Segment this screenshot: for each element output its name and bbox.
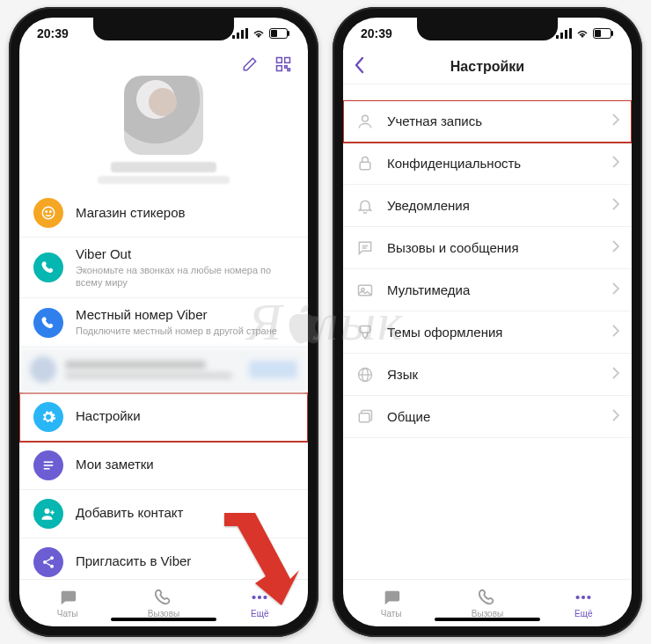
settings-account[interactable]: Учетная запись xyxy=(343,100,632,143)
status-time: 20:39 xyxy=(37,26,69,40)
home-indicator xyxy=(111,618,216,621)
phone-right: 20:39 Настройки Уче xyxy=(333,7,642,637)
message-icon xyxy=(355,239,375,257)
nav-bar: Настройки xyxy=(343,49,632,84)
back-button[interactable] xyxy=(354,56,366,77)
svg-point-14 xyxy=(50,211,52,213)
svg-point-27 xyxy=(264,596,267,599)
settings-privacy[interactable]: Конфиденциальность xyxy=(343,143,632,185)
notes-icon xyxy=(33,450,63,480)
edit-icon[interactable] xyxy=(241,55,259,73)
svg-rect-37 xyxy=(360,162,370,169)
tab-more[interactable]: Ещё xyxy=(212,580,308,626)
ad-banner-blurred xyxy=(19,348,308,393)
svg-rect-2 xyxy=(241,30,244,39)
settings-language[interactable]: Язык xyxy=(343,354,632,396)
gear-icon xyxy=(33,402,63,432)
menu-settings[interactable]: Настройки xyxy=(19,393,308,442)
menu-sub: Подключите местный номер в другой стране xyxy=(76,326,294,338)
chevron-left-icon xyxy=(354,56,366,74)
local-number-icon xyxy=(33,308,63,338)
phone-left: 20:39 xyxy=(9,7,318,637)
svg-rect-1 xyxy=(237,33,239,39)
profile-block xyxy=(19,76,308,184)
bell-icon xyxy=(355,197,375,215)
tab-more[interactable]: Ещё xyxy=(536,580,632,626)
svg-point-20 xyxy=(50,556,54,560)
svg-rect-3 xyxy=(245,28,248,39)
more-menu: Магазин стикеров Viber Out Экономьте на … xyxy=(19,189,308,579)
battery-icon xyxy=(593,28,614,39)
settings-notifications[interactable]: Уведомления xyxy=(343,185,632,227)
menu-local-number[interactable]: Местный номер Viber Подключите местный н… xyxy=(19,298,308,348)
settings-list: Учетная запись Конфиденциальность Уведом… xyxy=(343,100,632,579)
top-actions xyxy=(19,49,308,79)
avatar[interactable] xyxy=(124,76,203,155)
settings-label: Конфиденциальность xyxy=(387,156,600,171)
svg-rect-5 xyxy=(288,31,289,36)
menu-add-contact[interactable]: Добавить контакт xyxy=(19,490,308,538)
notch xyxy=(417,18,558,40)
settings-general[interactable]: Общие xyxy=(343,396,632,438)
svg-rect-6 xyxy=(271,30,277,37)
svg-rect-0 xyxy=(232,35,235,39)
tab-label: Чаты xyxy=(57,609,78,618)
status-time: 20:39 xyxy=(361,26,392,40)
svg-rect-42 xyxy=(360,326,370,333)
svg-point-36 xyxy=(362,115,369,121)
qr-icon[interactable] xyxy=(274,55,292,73)
svg-rect-35 xyxy=(595,30,601,37)
tab-chats[interactable]: Чаты xyxy=(343,580,439,626)
settings-themes[interactable]: Темы оформления xyxy=(343,311,632,354)
menu-label: Настройки xyxy=(76,408,294,425)
chevron-right-icon xyxy=(612,240,619,256)
svg-rect-8 xyxy=(285,58,290,63)
chevron-right-icon xyxy=(612,367,619,383)
tab-label: Ещё xyxy=(251,609,268,618)
phone-out-icon xyxy=(33,252,63,282)
svg-point-13 xyxy=(46,211,48,213)
chevron-right-icon xyxy=(612,282,619,298)
menu-label: Местный номер Viber xyxy=(76,307,294,324)
lock-icon xyxy=(355,155,375,172)
svg-point-18 xyxy=(45,509,50,514)
tab-chats[interactable]: Чаты xyxy=(19,580,115,626)
svg-rect-29 xyxy=(556,35,559,39)
signal-icon xyxy=(556,28,572,39)
phone-icon xyxy=(154,588,173,607)
svg-rect-7 xyxy=(277,58,282,63)
globe-icon xyxy=(355,366,375,384)
signal-icon xyxy=(232,28,248,39)
share-icon xyxy=(33,547,63,577)
profile-sub-blurred xyxy=(98,176,230,184)
menu-invite[interactable]: Пригласить в Viber xyxy=(19,538,308,579)
menu-label: Магазин стикеров xyxy=(76,205,294,222)
chat-icon xyxy=(382,588,401,607)
menu-notes[interactable]: Мои заметки xyxy=(19,442,308,490)
menu-stickers[interactable]: Магазин стикеров xyxy=(19,189,308,238)
svg-rect-30 xyxy=(560,33,563,39)
person-icon xyxy=(355,113,375,130)
menu-label: Пригласить в Viber xyxy=(76,553,294,570)
sticker-icon xyxy=(33,198,63,228)
settings-label: Вызовы и сообщения xyxy=(387,240,600,255)
svg-point-25 xyxy=(252,596,256,599)
svg-rect-31 xyxy=(565,30,567,39)
wifi-icon xyxy=(252,28,266,39)
menu-label: Viber Out xyxy=(76,246,294,263)
settings-label: Мультимедиа xyxy=(387,282,600,297)
chevron-right-icon xyxy=(612,156,619,172)
cards-icon xyxy=(355,408,375,426)
more-icon xyxy=(574,588,593,607)
settings-label: Общие xyxy=(387,409,600,424)
brush-icon xyxy=(355,324,375,341)
menu-label: Добавить контакт xyxy=(76,505,294,522)
settings-media[interactable]: Мультимедиа xyxy=(343,269,632,311)
notch xyxy=(93,18,234,40)
settings-calls-messages[interactable]: Вызовы и сообщения xyxy=(343,227,632,269)
svg-rect-11 xyxy=(288,69,290,71)
svg-rect-32 xyxy=(569,28,572,39)
profile-name-blurred xyxy=(111,162,216,172)
menu-viber-out[interactable]: Viber Out Экономьте на звонках на любые … xyxy=(19,238,308,298)
menu-sub: Экономьте на звонках на любые номера по … xyxy=(76,265,294,289)
